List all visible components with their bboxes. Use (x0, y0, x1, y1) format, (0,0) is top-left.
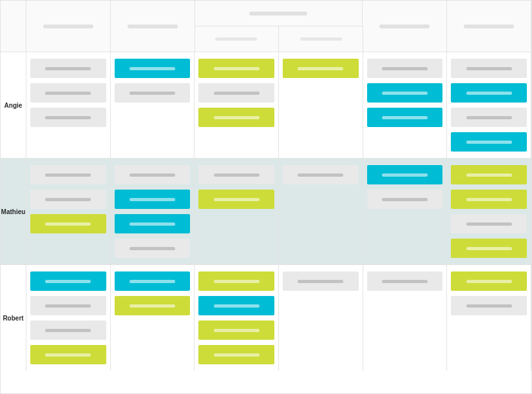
event-placeholder (214, 304, 260, 308)
event-placeholder (129, 67, 175, 70)
schedule-grid: AngieMathieuRobert (0, 0, 532, 394)
event-placeholder (298, 280, 343, 283)
grid-cell[interactable] (111, 52, 195, 158)
header-placeholder (215, 37, 257, 41)
event-placeholder (45, 173, 91, 177)
event-placeholder (214, 92, 260, 95)
event-card[interactable] (367, 165, 443, 184)
event-placeholder (466, 67, 512, 70)
event-placeholder (129, 280, 175, 283)
event-card[interactable] (30, 296, 106, 315)
event-card[interactable] (451, 108, 527, 127)
event-card[interactable] (115, 59, 191, 78)
grid-cell[interactable] (111, 159, 195, 264)
col-header-group[interactable] (195, 1, 363, 26)
event-card[interactable] (30, 271, 106, 291)
grid-cell[interactable] (447, 159, 531, 264)
event-card[interactable] (198, 83, 274, 103)
row-label[interactable]: Robert (1, 265, 26, 371)
event-placeholder (382, 92, 428, 95)
grid-cell[interactable] (111, 265, 195, 371)
event-card[interactable] (30, 165, 106, 184)
grid-cell[interactable] (363, 52, 448, 158)
grid-cell[interactable] (26, 52, 111, 158)
event-card[interactable] (115, 190, 191, 209)
event-card[interactable] (198, 165, 274, 184)
event-card[interactable] (367, 190, 443, 209)
grid-cell[interactable] (26, 159, 111, 264)
event-card[interactable] (30, 320, 106, 340)
event-card[interactable] (198, 345, 274, 364)
event-placeholder (466, 92, 512, 95)
event-placeholder (45, 304, 91, 308)
event-card[interactable] (283, 271, 359, 291)
event-card[interactable] (367, 271, 443, 291)
event-card[interactable] (367, 83, 443, 103)
grid-cell[interactable] (447, 52, 531, 158)
event-card[interactable] (451, 132, 527, 152)
event-placeholder (45, 198, 91, 201)
row-label[interactable]: Mathieu (1, 159, 26, 264)
grid-cell[interactable] (363, 159, 448, 264)
event-placeholder (129, 247, 175, 250)
event-card[interactable] (451, 165, 527, 184)
col-subheader[interactable] (195, 26, 279, 52)
event-card[interactable] (451, 59, 527, 78)
event-card[interactable] (115, 271, 191, 291)
event-placeholder (466, 116, 512, 119)
event-card[interactable] (30, 345, 106, 364)
event-card[interactable] (115, 296, 191, 315)
event-card[interactable] (198, 190, 274, 209)
grid-cell[interactable] (26, 265, 111, 371)
event-card[interactable] (451, 239, 527, 258)
grid-cell[interactable] (195, 52, 279, 158)
event-card[interactable] (451, 271, 527, 291)
resource-row: Mathieu (1, 159, 531, 265)
grid-cell[interactable] (195, 265, 279, 371)
grid-cell[interactable] (447, 265, 531, 371)
row-label[interactable]: Angie (1, 52, 26, 158)
event-placeholder (214, 116, 260, 119)
event-card[interactable] (198, 59, 274, 78)
grid-cell[interactable] (363, 265, 448, 371)
grid-cell[interactable] (279, 265, 363, 371)
event-placeholder (45, 280, 91, 283)
event-placeholder (129, 92, 175, 95)
event-placeholder (214, 198, 260, 201)
event-card[interactable] (198, 271, 274, 291)
event-card[interactable] (115, 239, 191, 258)
grid-cell[interactable] (279, 52, 363, 158)
event-placeholder (45, 92, 91, 95)
event-placeholder (466, 141, 512, 144)
event-card[interactable] (451, 296, 527, 315)
event-card[interactable] (115, 83, 191, 103)
event-card[interactable] (198, 296, 274, 315)
event-placeholder (466, 198, 512, 201)
event-card[interactable] (451, 83, 527, 103)
event-placeholder (466, 304, 512, 308)
event-card[interactable] (367, 108, 443, 127)
event-placeholder (298, 173, 343, 177)
event-card[interactable] (198, 320, 274, 340)
event-card[interactable] (198, 108, 274, 127)
event-card[interactable] (30, 190, 106, 209)
event-card[interactable] (30, 214, 106, 233)
event-placeholder (382, 198, 428, 201)
grid-cell[interactable] (195, 159, 279, 264)
event-card[interactable] (115, 165, 191, 184)
event-card[interactable] (283, 59, 359, 78)
event-card[interactable] (283, 165, 359, 184)
event-card[interactable] (451, 190, 527, 209)
event-card[interactable] (30, 83, 106, 103)
header-placeholder (249, 12, 307, 15)
header-row-1 (26, 1, 531, 26)
event-card[interactable] (367, 59, 443, 78)
grid-cell[interactable] (279, 159, 363, 264)
event-card[interactable] (115, 214, 191, 233)
event-placeholder (45, 222, 91, 226)
event-card[interactable] (30, 59, 106, 78)
event-card[interactable] (451, 214, 527, 233)
resource-row: Angie (1, 52, 531, 159)
event-card[interactable] (30, 108, 106, 127)
col-subheader[interactable] (279, 26, 363, 52)
